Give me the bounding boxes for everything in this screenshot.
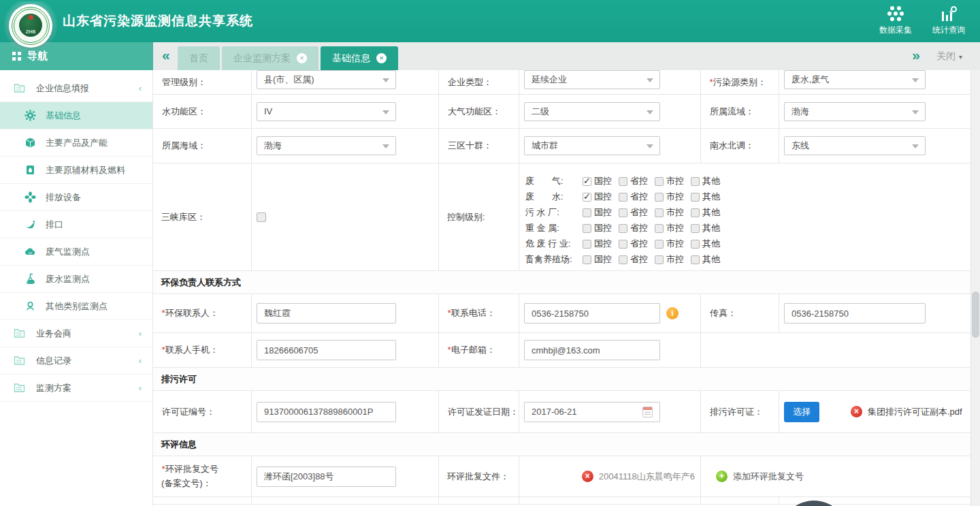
checkbox[interactable] [619,240,627,249]
tab-enterprise-monitor-plan[interactable]: 企业监测方案 × [222,46,318,70]
sidebar-item-gas-monitor-points[interactable]: co 废气监测点 [0,238,152,266]
checkbox[interactable] [691,193,700,202]
form-row: 许可证编号： 913700006137889860001P 许可证发证日期： 2… [153,391,970,433]
folder-icon [14,382,25,394]
info-icon[interactable]: i [666,307,679,319]
three-zones-ten-clusters-select[interactable]: 城市群 [524,136,660,155]
vertical-scrollbar[interactable] [970,70,980,506]
form-row: *环评批复文号 (备案文号)： 潍环函[2003]88号 环评批复文件： × 2… [153,456,970,497]
checkbox[interactable] [619,208,627,217]
field-label: *环保联系人： [161,307,218,319]
delete-file-icon[interactable]: × [851,406,862,417]
app-header: 山东省污染源监测信息共享系统 数据采集 统计查询 [0,0,980,42]
sidebar-item-basic-info[interactable]: 基础信息 [0,102,152,129]
checkbox[interactable] [619,224,627,233]
checkbox[interactable] [691,224,700,233]
checkbox[interactable] [691,255,700,264]
tabs-scroll-right-icon[interactable]: » [912,48,920,62]
management-level-select[interactable]: 县(市、区属) [257,70,396,89]
form-row: 所属海域： 渤海 三区十群： 城市群 南水北调： 东线 [153,129,970,163]
sidebar: 企业信息填报 ‹ 基础信息 主要产品及产能 主要原辅材料及燃料 排放设备 排口 … [0,70,153,506]
checkbox[interactable] [583,193,591,202]
sidebar-item-info-records[interactable]: 信息记录 ‹ [0,347,152,375]
calendar-icon[interactable] [642,407,653,417]
stats-query-button[interactable]: 统计查询 [932,6,965,36]
south-north-water-select[interactable]: 东线 [784,136,926,155]
river-basin-select[interactable]: 渤海 [784,102,926,121]
checkbox[interactable] [619,255,627,264]
sidebar-item-monitor-plan[interactable]: 监测方案 ‹ [0,375,152,402]
field-label: 水功能区： [161,106,206,118]
enterprise-type-select[interactable]: 延续企业 [524,70,660,89]
checkbox[interactable] [619,193,627,202]
checkbox[interactable] [655,208,664,217]
eia-approval-number-input[interactable]: 潍环函[2003]88号 [257,467,396,487]
sidebar-item-water-monitor-points[interactable]: 废水监测点 [0,266,152,293]
caret-down-icon: ▾ [959,53,962,61]
field-label: 所属海域： [161,140,206,152]
sidebar-item-other-monitor-points[interactable]: 其他类别监测点 [0,293,152,320]
env-contact-name-input[interactable]: 魏红霞 [257,303,396,323]
tabs-scroll-left-icon[interactable]: « [162,48,170,62]
permit-date-input[interactable]: 2017-06-21 [524,402,660,422]
pollution-source-type-select[interactable]: 废水,废气 [784,70,926,89]
contact-mobile-input[interactable]: 18266606705 [257,340,396,360]
delete-file-icon[interactable]: × [582,471,593,482]
sidebar-item-business-consult[interactable]: 业务会商 ‹ [0,320,152,347]
data-collect-button[interactable]: 数据采集 [879,6,912,36]
checkbox[interactable] [655,177,664,186]
checkbox[interactable] [691,208,700,217]
checkbox[interactable] [583,255,591,264]
water-function-zone-select[interactable]: IV [257,102,396,121]
close-tab-icon[interactable]: × [376,53,387,63]
control-level-row: 污 水 厂: 国控 省控 市控 其他 [525,205,727,221]
folder-icon [14,355,25,366]
checkbox[interactable] [655,193,664,202]
sidebar-item-raw-materials-fuel[interactable]: 主要原辅材料及燃料 [0,157,152,184]
contact-phone-input[interactable]: 0536-2158750 [524,303,660,323]
sidebar-item-enterprise-info[interactable]: 企业信息填报 ‹ [0,75,152,102]
form-row: *环保联系人： 魏红霞 *联系电话： 0536-2158750i 传真： 053… [153,294,970,333]
form-row-partial [153,497,970,505]
checkbox[interactable] [583,240,591,249]
checkbox[interactable] [583,177,591,186]
sidebar-item-outlets[interactable]: 排口 [0,211,152,238]
sidebar-item-products-capacity[interactable]: 主要产品及产能 [0,129,152,157]
checkbox[interactable] [655,255,664,264]
close-tab-icon[interactable]: × [297,53,307,63]
field-label: 管理级别： [161,76,206,89]
checkbox[interactable] [583,208,591,217]
eia-file-name[interactable]: 20041118山东晨鸣年产6 [599,471,695,483]
sea-area-select[interactable]: 渤海 [257,136,396,155]
tab-bar: « 首页 企业监测方案 × 基础信息 × » 关闭 ▾ [153,42,980,70]
scrollbar-thumb[interactable] [972,291,979,338]
field-label: *污染源类别： [709,76,766,89]
choose-file-button[interactable]: 选择 [784,402,819,422]
sidebar-item-emission-equipment[interactable]: 排放设备 [0,184,152,211]
air-function-zone-select[interactable]: 二级 [524,102,660,121]
fan-icon [24,191,36,203]
checkbox[interactable] [691,177,700,186]
permit-number-input[interactable]: 913700006137889860001P [257,402,396,422]
fax-input[interactable]: 0536-2158750 [784,303,926,323]
checkbox[interactable] [655,224,664,233]
checkbox[interactable] [691,240,700,249]
checkbox[interactable] [583,224,591,233]
tab-basic-info[interactable]: 基础信息 × [321,46,398,70]
checkbox[interactable] [655,240,664,249]
close-menu-button[interactable]: 关闭 ▾ [936,50,962,63]
field-label: 控制级别: [447,211,485,223]
section-title-permit: 排污许可 [153,368,970,391]
permit-file-name[interactable]: 集团排污许可证副本.pdf [868,406,962,418]
add-eia-number-link[interactable]: 添加环评批复文号 [733,471,804,483]
section-title-eia: 环评信息 [153,433,970,456]
form-row: 水功能区： IV 大气功能区： 二级 所属流域： 渤海 [153,95,970,129]
add-icon[interactable]: + [716,471,728,482]
checkbox[interactable] [619,177,627,186]
field-label: *环评批复文号 (备案文号)： [161,462,218,490]
three-gorges-checkbox[interactable] [257,212,266,222]
control-level-grid: 废 气: 国控 省控 市控 其他 废 水: 国控 省控 市控 其他 污 水 厂:… [519,163,970,270]
basic-info-form: 管理级别： 县(市、区属) 企业类型： 延续企业 *污染源类别： 废水,废气 水… [153,70,970,506]
tab-home[interactable]: 首页 [178,46,220,70]
email-input[interactable]: cmhbjl@163.com [524,340,660,360]
